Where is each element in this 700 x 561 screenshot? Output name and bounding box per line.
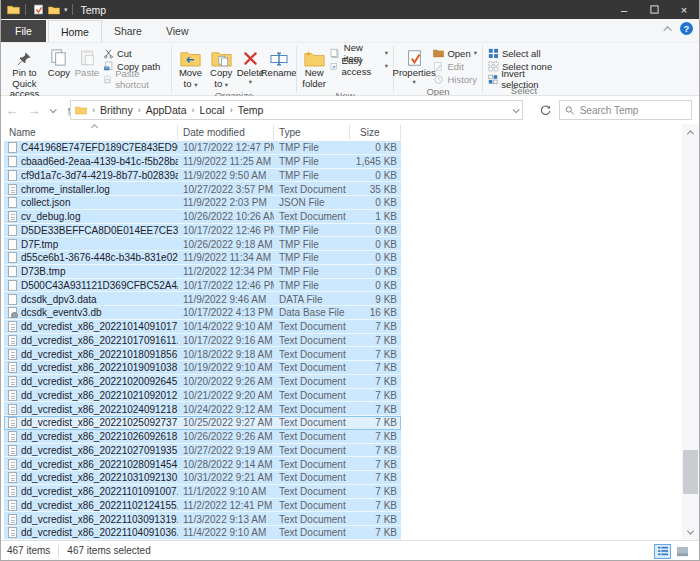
sort-ascending-icon — [91, 124, 98, 131]
file-date-modified: 10/26/2022 9:18 AM — [178, 239, 274, 250]
item-count: 467 items — [7, 545, 50, 556]
breadcrumb-segment[interactable]: AppData — [146, 104, 187, 116]
file-name: dd_vcredist_x86_20221014091017.log — [21, 321, 178, 332]
help-icon[interactable]: ? — [680, 22, 693, 35]
file-type: DATA File — [274, 294, 350, 305]
move-to-button[interactable]: Move to ▾ — [175, 45, 206, 90]
minimize-button[interactable]: – — [609, 0, 639, 19]
refresh-button[interactable] — [535, 100, 555, 120]
recent-locations-button[interactable] — [45, 100, 59, 120]
file-type: Text Document — [274, 404, 350, 415]
delete-button[interactable]: Delete ▾ — [236, 45, 264, 86]
file-row[interactable]: chrome_installer.log10/27/2022 3:57 PMTe… — [4, 182, 401, 196]
forward-button[interactable]: → — [23, 100, 45, 120]
file-row[interactable]: D7F.tmp10/26/2022 9:18 AMTMP File0 KB — [4, 237, 401, 251]
properties-button[interactable]: Properties ▾ — [397, 45, 431, 86]
address-dropdown-icon[interactable] — [513, 106, 520, 113]
file-row[interactable]: d55ce6b1-3676-448c-b34b-831e02ed32d...11… — [4, 251, 401, 265]
file-row[interactable]: dcsdk_eventv3.db10/17/2022 4:13 PMData B… — [4, 306, 401, 320]
qat-customize-chevron-icon[interactable]: ▾ — [64, 6, 68, 14]
pin-to-quick-access-button[interactable]: Pin to Quick access — [4, 45, 45, 101]
file-row[interactable]: D73B.tmp11/2/2022 12:34 PMTMP File0 KB — [4, 265, 401, 279]
scrollbar-thumb[interactable] — [683, 450, 698, 494]
qat-properties-button[interactable] — [30, 2, 46, 18]
details-view-button[interactable] — [654, 544, 671, 559]
open-button[interactable]: Open ▾ — [431, 47, 479, 59]
tab-home[interactable]: Home — [48, 20, 102, 42]
file-name: dd_vcredist_x86_20221101091007.log — [21, 486, 178, 497]
tab-file[interactable]: File — [1, 20, 46, 42]
file-row[interactable]: cv_debug.log10/26/2022 10:26 AMText Docu… — [4, 210, 401, 224]
file-icon — [8, 390, 17, 401]
qat-new-folder-button[interactable] — [46, 2, 62, 18]
large-icons-view-button[interactable] — [674, 544, 691, 559]
breadcrumb-segment[interactable]: Brithny — [100, 104, 133, 116]
vertical-scrollbar[interactable] — [682, 124, 699, 541]
file-row[interactable]: dd_vcredist_x86_20221031092130.log10/31/… — [4, 471, 401, 485]
file-icon — [8, 239, 17, 250]
file-row[interactable]: dd_vcredist_x86_20221019091038.log10/19/… — [4, 361, 401, 375]
file-row[interactable]: dd_vcredist_x86_20221028091454.log10/28/… — [4, 457, 401, 471]
file-row[interactable]: dcsdk_dpv3.data11/9/2022 9:46 AMDATA Fil… — [4, 292, 401, 306]
cut-button[interactable]: Cut — [101, 47, 168, 59]
invert-selection-button[interactable]: Invert selection — [486, 73, 562, 85]
file-row[interactable]: dd_vcredist_x86_20221025092737.log10/25/… — [4, 416, 401, 430]
file-row[interactable]: dd_vcredist_x86_20221103091319.log11/3/2… — [4, 512, 401, 526]
file-row[interactable]: dd_vcredist_x86_20221101091007.log11/1/2… — [4, 485, 401, 499]
file-row[interactable]: dd_vcredist_x86_20221018091856.log10/18/… — [4, 347, 401, 361]
history-button[interactable]: History — [431, 73, 479, 85]
breadcrumb-segment[interactable]: Temp — [238, 104, 264, 116]
file-row[interactable]: cf9d1a7c-3d74-4219-8b77-b02839a26296...1… — [4, 169, 401, 183]
file-size: 7 KB — [350, 500, 401, 511]
file-type: TMP File — [274, 239, 350, 250]
file-row[interactable]: dd_vcredist_x86_20221017091611.log10/17/… — [4, 334, 401, 348]
file-row[interactable]: cbaad6ed-2eaa-4139-b41c-f5b28baad666...1… — [4, 155, 401, 169]
file-row[interactable]: dd_vcredist_x86_20221027091935.log10/27/… — [4, 444, 401, 458]
breadcrumb-segment[interactable]: Local — [200, 104, 225, 116]
file-row[interactable]: dd_vcredist_x86_20221104091036.log11/4/2… — [4, 526, 401, 540]
column-header-type[interactable]: Type — [274, 125, 350, 140]
easy-access-button[interactable]: Easy access ▾ — [328, 60, 390, 72]
file-row[interactable]: dd_vcredist_x86_20221026092618.log10/26/… — [4, 430, 401, 444]
close-button[interactable]: × — [669, 0, 699, 19]
file-row[interactable]: dd_vcredist_x86_20221014091017.log10/14/… — [4, 320, 401, 334]
edit-button[interactable]: Edit — [431, 60, 479, 72]
tab-view[interactable]: View — [154, 20, 201, 42]
address-toolbar: ← → ↑ › Brithny › AppData › Local › Temp — [1, 96, 699, 124]
file-icon — [8, 362, 17, 373]
column-header-name[interactable]: Name — [4, 125, 178, 140]
file-row[interactable]: D500C43A931121D369CFBC52A4A7A6603...10/1… — [4, 279, 401, 293]
rename-button[interactable]: Rename — [264, 45, 293, 80]
file-row[interactable]: dd_vcredist_x86_20221024091218.log10/24/… — [4, 402, 401, 416]
paste-button[interactable]: Paste — [73, 45, 101, 80]
file-row[interactable]: dd_vcredist_x86_20221021092012.log10/21/… — [4, 389, 401, 403]
column-header-date-modified[interactable]: Date modified — [178, 125, 274, 140]
back-button[interactable]: ← — [1, 100, 23, 120]
copy-icon — [49, 46, 68, 67]
file-row[interactable]: dd_vcredist_x86_20221020092645.log10/20/… — [4, 375, 401, 389]
copy-to-icon — [211, 46, 232, 67]
file-icon — [8, 156, 17, 167]
file-size: 1,645 KB — [350, 156, 401, 167]
address-bar[interactable]: › Brithny › AppData › Local › Temp — [70, 100, 523, 120]
file-row[interactable]: C441968E747EFD189C7E843ED9C5A453C...10/1… — [4, 141, 401, 155]
copy-button[interactable]: Copy — [45, 45, 73, 80]
file-icon — [8, 266, 17, 277]
new-folder-button[interactable]: New folder — [300, 45, 328, 90]
tab-share[interactable]: Share — [102, 20, 154, 42]
maximize-button[interactable] — [639, 0, 669, 19]
file-type: Text Document — [274, 514, 350, 525]
column-header-size[interactable]: Size — [350, 125, 401, 140]
copy-to-button[interactable]: Copy to ▾ — [206, 45, 236, 90]
easy-access-icon — [330, 61, 338, 72]
file-row[interactable]: collect.json11/9/2022 2:03 PMJSON File0 … — [4, 196, 401, 210]
file-type: TMP File — [274, 252, 350, 263]
scroll-up-button[interactable] — [682, 124, 699, 141]
search-input[interactable] — [580, 105, 686, 116]
scroll-down-button[interactable] — [682, 524, 699, 541]
file-row[interactable]: D5DE33BEFFCA8D0E014EE7CE387BD4756...10/1… — [4, 224, 401, 238]
file-row[interactable]: dd_vcredist_x86_20221102124155.log11/2/2… — [4, 499, 401, 513]
select-all-button[interactable]: Select all — [486, 47, 562, 59]
paste-shortcut-button[interactable]: Paste shortcut — [101, 73, 168, 85]
file-size: 0 KB — [350, 239, 401, 250]
